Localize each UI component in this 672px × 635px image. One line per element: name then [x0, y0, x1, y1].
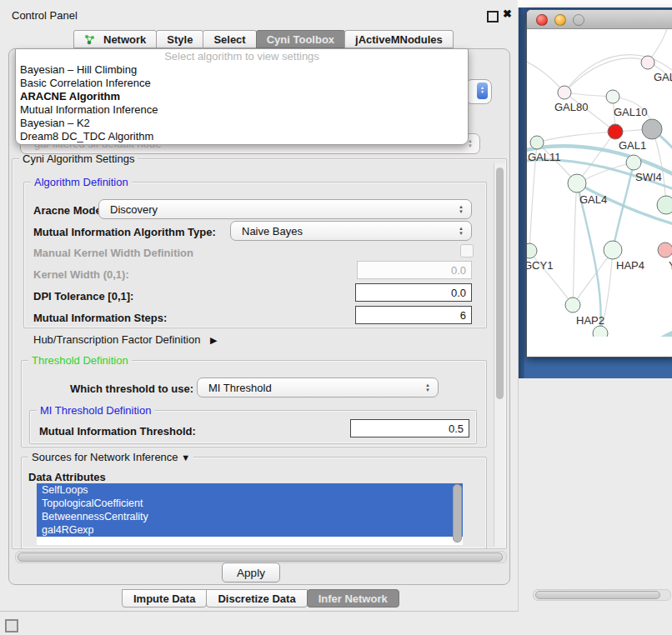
bottom-tabs: Impute DataDiscretize DataInfer Network [122, 589, 399, 608]
network-node-gcy1[interactable] [527, 243, 537, 258]
network-canvas[interactable]: GALGAL80GAL10GAL1GAL11SWI4GAL4GCY1HAP4YH… [527, 10, 672, 339]
algorithm-option-basic-correlation-inference[interactable]: Basic Correlation Inference [16, 77, 468, 90]
network-edge[interactable] [564, 92, 613, 97]
tab-label: Style [167, 33, 193, 46]
network-node-gal10[interactable] [606, 90, 619, 103]
network-node-hap4[interactable] [604, 241, 622, 259]
traffic-light-minimize-icon[interactable] [554, 14, 566, 26]
bottom-tab-discretize-data[interactable]: Discretize Data [206, 589, 307, 608]
kernel-width-label: Kernel Width (0,1): [33, 268, 129, 281]
mi-steps-field[interactable]: 6 [355, 306, 472, 324]
node-label-swi4: SWI4 [635, 171, 662, 183]
float-window-icon[interactable] [487, 11, 499, 22]
manual-kernel-label: Manual Kernel Width Definition [33, 247, 193, 259]
close-icon[interactable]: ✖ [503, 8, 512, 20]
mi-type-label: Mutual Information Algorithm Type: [33, 226, 216, 238]
which-threshold-label: Which threshold to use: [70, 382, 193, 395]
kernel-width-field[interactable]: 0.0 [357, 261, 472, 279]
apply-button[interactable]: Apply [222, 562, 280, 582]
attribute-item-selfloops[interactable]: SelfLoops [37, 483, 463, 497]
mi-threshold-label: Mutual Information Threshold: [39, 425, 196, 438]
algorithm-option-dream8-dc-tdc-algorithm[interactable]: Dream8 DC_TDC Algorithm [16, 130, 468, 143]
tab-jactivemnodules[interactable]: jActiveMNodules [344, 30, 454, 48]
algorithm-option-mutual-information-inference[interactable]: Mutual Information Inference [16, 103, 468, 117]
algorithm-option-aracne-algorithm[interactable]: ARACNE Algorithm [16, 90, 468, 103]
tab-label: Cyni Toolbox [267, 33, 334, 46]
attribute-item-gal4rgexp[interactable]: gal4RGexp [37, 523, 463, 537]
network-node-gal[interactable] [641, 56, 654, 69]
tab-network[interactable]: Network [73, 30, 157, 48]
network-tab-icon [84, 34, 99, 45]
network-node[interactable] [657, 196, 672, 214]
network-node[interactable] [642, 119, 662, 139]
sources-group-title[interactable]: Sources for Network Inference ▼ [28, 451, 193, 464]
settings-horizontal-scrollbar[interactable] [15, 551, 507, 563]
network-node-gal80[interactable] [558, 86, 571, 99]
aracne-mode-label: Aracne Mode: [33, 204, 105, 217]
scrollbar-thumb[interactable] [18, 552, 503, 562]
scrollbar-thumb[interactable] [496, 168, 504, 399]
bottom-tab-impute-data[interactable]: Impute Data [122, 589, 207, 608]
which-threshold-combo[interactable]: MI Threshold ▲▼ [197, 378, 439, 398]
node-label-gal: GAL [654, 71, 672, 83]
network-node-y[interactable] [658, 242, 672, 258]
bottom-tab-infer-network[interactable]: Infer Network [307, 589, 399, 608]
chevron-updown-icon: ▲▼ [459, 204, 464, 214]
network-node-gal1[interactable] [608, 124, 623, 139]
network-edge[interactable] [648, 62, 672, 110]
algorithm-definition-title: Algorithm Definition [31, 176, 132, 188]
dpi-tolerance-label: DPI Tolerance [0,1]: [33, 290, 133, 302]
collapse-down-triangle-icon[interactable]: ▼ [181, 452, 190, 464]
network-node-gal11[interactable] [530, 136, 544, 149]
settings-group-title: Cyni Algorithm Settings [19, 152, 138, 165]
attribute-item-betweennesscentrality[interactable]: BetweennessCentrality [37, 510, 463, 523]
network-node[interactable] [593, 326, 608, 337]
threshold-definition-title: Threshold Definition [28, 354, 132, 367]
dpi-tolerance-field[interactable]: 0.0 [355, 283, 472, 302]
network-node-swi4[interactable] [626, 155, 641, 170]
hub-definition-toggle[interactable]: Hub/Transcription Factor Definition ▶ [33, 333, 217, 346]
algorithm-dropdown-list: Select algorithm to view settings Bayesi… [15, 48, 469, 145]
network-edge[interactable] [573, 183, 577, 305]
tab-select[interactable]: Select [203, 30, 256, 48]
attributes-scrollbar[interactable] [453, 484, 461, 543]
algorithm-option-bayesian-k2[interactable]: Bayesian – K2 [16, 117, 468, 130]
tab-style[interactable]: Style [156, 30, 203, 48]
traffic-light-close-icon[interactable] [536, 14, 548, 26]
node-label-gal1: GAL1 [619, 139, 646, 152]
algorithm-option-bayesian-hill-climbing[interactable]: Bayesian – Hill Climbing [16, 63, 468, 77]
mi-type-value: Naive Bayes [242, 225, 303, 238]
network-node-hap2[interactable] [565, 298, 580, 312]
traffic-light-zoom-icon[interactable] [573, 14, 584, 26]
network-edge[interactable] [564, 58, 648, 92]
algorithm-combo-fragment[interactable]: ▲▼ [465, 79, 492, 104]
grid-corner-icon[interactable] [5, 619, 18, 632]
network-graph[interactable]: GALGAL80GAL10GAL1GAL11SWI4GAL4GCY1HAP4YH… [527, 10, 672, 337]
network-edge[interactable] [577, 132, 615, 183]
scrollbar-thumb[interactable] [453, 484, 462, 542]
network-node-gal4[interactable] [568, 174, 586, 192]
scrollbar-thumb[interactable] [535, 591, 660, 599]
network-window-titlebar[interactable] [527, 10, 672, 29]
network-edge[interactable] [613, 162, 634, 250]
stepper-icon[interactable]: ▲▼ [477, 82, 488, 99]
node-label-hap2: HAP2 [576, 314, 604, 327]
mi-threshold-field[interactable]: 0.5 [350, 419, 469, 438]
table-horizontal-scrollbar[interactable] [533, 589, 671, 601]
manual-kernel-checkbox[interactable] [460, 244, 474, 258]
tab-label: Network [103, 33, 146, 46]
network-edge[interactable] [577, 183, 601, 333]
network-edge[interactable] [573, 250, 613, 305]
network-edge[interactable] [644, 328, 672, 337]
hub-definition-label: Hub/Transcription Factor Definition [33, 333, 200, 346]
sources-title-text: Sources for Network Inference [32, 451, 178, 463]
network-edge[interactable] [537, 132, 615, 142]
attribute-item-topologicalcoefficient[interactable]: TopologicalCoefficient [37, 497, 463, 510]
expand-right-triangle-icon[interactable]: ▶ [210, 335, 217, 346]
aracne-mode-combo[interactable]: Discovery ▲▼ [98, 199, 472, 219]
tab-cyni-toolbox[interactable]: Cyni Toolbox [256, 30, 345, 48]
mi-type-combo[interactable]: Naive Bayes ▲▼ [230, 221, 472, 241]
tab-label: Select [213, 33, 245, 46]
network-edge[interactable] [527, 56, 564, 92]
settings-vertical-scrollbar[interactable] [494, 163, 505, 547]
